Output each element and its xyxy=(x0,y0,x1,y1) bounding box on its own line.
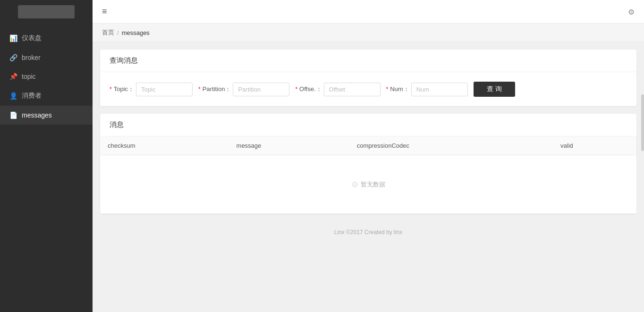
hamburger-icon[interactable]: ≡ xyxy=(102,7,107,17)
messages-table: checksum message compressionCodec valid xyxy=(100,136,636,214)
table-header-row: checksum message compressionCodec valid xyxy=(100,136,636,155)
sidebar-item-topic[interactable]: 📌 topic xyxy=(0,67,93,86)
broker-icon: 🔗 xyxy=(9,54,17,61)
query-card-body: * Topic： * Partition： * Offse.： xyxy=(100,72,636,106)
sidebar-item-label-messages: messages xyxy=(22,111,52,119)
consumer-icon: 👤 xyxy=(9,92,17,100)
query-form: * Topic： * Partition： * Offse.： xyxy=(110,82,627,97)
topic-label: Topic： xyxy=(114,85,134,93)
query-card: 查询消息 * Topic： * Partition： xyxy=(100,50,636,106)
partition-input[interactable] xyxy=(233,83,289,96)
num-group: * Num： xyxy=(386,83,468,96)
num-input[interactable] xyxy=(411,83,468,96)
sidebar-item-messages[interactable]: 📄 messages xyxy=(0,106,93,125)
col-checksum: checksum xyxy=(100,136,229,155)
topic-input[interactable] xyxy=(136,83,193,96)
offset-required: * xyxy=(295,86,297,93)
col-message: message xyxy=(229,136,349,155)
messages-card-body: checksum message compressionCodec valid xyxy=(100,136,636,214)
sidebar-item-label-dashboard: 仪表盘 xyxy=(22,34,42,42)
sidebar-logo xyxy=(0,0,93,24)
breadcrumb-home[interactable]: 首页 xyxy=(102,28,114,37)
offset-label: Offse.： xyxy=(299,85,322,93)
topic-icon: 📌 xyxy=(9,73,17,80)
partition-group: * Partition： xyxy=(198,83,289,96)
settings-icon[interactable]: ⚙ xyxy=(628,8,635,16)
messages-table-container: checksum message compressionCodec valid xyxy=(100,136,636,214)
content-area: 首页 / messages 查询消息 * Topic： * Part xyxy=(93,24,644,312)
messages-table-body: ⊙ 暂无数据 xyxy=(100,155,636,214)
topic-group: * Topic： xyxy=(110,83,193,96)
sidebar-item-consumer[interactable]: 👤 消费者 xyxy=(0,86,93,106)
empty-text: 暂无数据 xyxy=(361,180,385,189)
offset-group: * Offse.： xyxy=(295,83,380,96)
messages-card: 消息 checksum message compressionCodec val… xyxy=(100,114,636,214)
scrollbar[interactable] xyxy=(641,94,644,151)
col-valid: valid xyxy=(553,136,636,155)
messages-card-title: 消息 xyxy=(100,114,636,136)
empty-state: ⊙ 暂无数据 xyxy=(108,161,629,208)
empty-state-row: ⊙ 暂无数据 xyxy=(100,155,636,214)
sidebar-item-label-topic: topic xyxy=(22,73,36,80)
query-card-title: 查询消息 xyxy=(100,50,636,72)
breadcrumb-separator: / xyxy=(117,29,119,36)
sidebar-item-dashboard[interactable]: 📊 仪表盘 xyxy=(0,28,93,48)
breadcrumb-current: messages xyxy=(122,29,150,36)
query-submit-button[interactable]: 查 询 xyxy=(474,82,515,97)
topic-required: * xyxy=(110,86,112,93)
partition-required: * xyxy=(198,86,201,93)
partition-label: Partition： xyxy=(203,85,231,93)
messages-icon: 📄 xyxy=(9,111,17,119)
sidebar-item-broker[interactable]: 🔗 broker xyxy=(0,48,93,67)
logo xyxy=(18,5,75,18)
breadcrumb: 首页 / messages xyxy=(93,24,644,42)
header-right: ⚙ xyxy=(628,7,635,16)
num-required: * xyxy=(386,86,389,93)
empty-icon: ⊙ xyxy=(352,180,358,189)
sidebar-item-label-consumer: 消费者 xyxy=(22,92,42,100)
main-content: ≡ ⚙ 首页 / messages 查询消息 * Topic： xyxy=(93,0,644,312)
col-compressioncodec: compressionCodec xyxy=(349,136,553,155)
sidebar-item-label-broker: broker xyxy=(22,54,41,61)
header: ≡ ⚙ xyxy=(93,0,644,24)
footer-text: Linx ©2017 Created by linx xyxy=(334,229,402,236)
footer: Linx ©2017 Created by linx xyxy=(93,221,644,243)
num-label: Num： xyxy=(390,85,409,93)
offset-input[interactable] xyxy=(324,83,381,96)
sidebar: 📊 仪表盘 🔗 broker 📌 topic 👤 消费者 📄 messages xyxy=(0,0,93,312)
dashboard-icon: 📊 xyxy=(9,34,17,42)
sidebar-nav: 📊 仪表盘 🔗 broker 📌 topic 👤 消费者 📄 messages xyxy=(0,24,93,312)
